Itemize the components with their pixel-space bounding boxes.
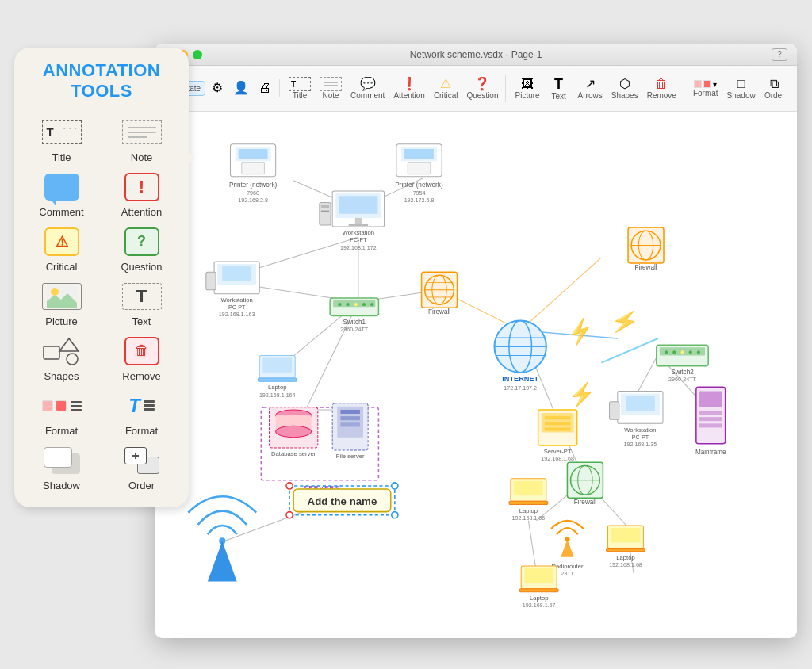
toolbar: Annotate ⚙ 👤 🖨 T Title N — [155, 66, 797, 112]
tab-users[interactable]: 👤 — [229, 79, 253, 97]
toolbar-format1-btn[interactable]: ▾ Format — [689, 78, 722, 100]
critical-label: Critical — [46, 261, 78, 273]
svg-text:Database server: Database server — [271, 450, 316, 457]
toolbar-attention-btn[interactable]: ❗ Attention — [389, 75, 428, 102]
tool-format-text[interactable]: T Format — [104, 390, 179, 437]
dbserver-node[interactable]: Database server — [270, 407, 318, 457]
svg-point-98 — [665, 350, 668, 354]
toolbar-remove-icon: 🗑 — [655, 78, 668, 90]
tool-remove[interactable]: 🗑 Remove — [104, 335, 179, 382]
title-bar: Network scheme.vsdx - Page-1 ? — [155, 44, 797, 66]
note-label: Note — [131, 151, 152, 163]
svg-text:Add the name: Add the name — [308, 495, 377, 507]
maximize-button[interactable] — [193, 50, 202, 59]
toolbar-picture-btn[interactable]: 🖼 Picture — [511, 75, 543, 102]
tab-print[interactable]: 🖨 — [254, 79, 276, 97]
svg-rect-52 — [321, 211, 329, 212]
toolbar-comment-label: Comment — [350, 91, 385, 100]
order-icon — [121, 445, 163, 476]
tool-shadow[interactable]: Shadow — [24, 445, 99, 491]
printer1-node[interactable]: Printer (network) 7960 192.168.2.8 — [229, 144, 278, 205]
toolbar-order-btn[interactable]: ⧉ Order — [760, 75, 789, 102]
toolbar-title-icon: T — [289, 77, 311, 91]
svg-point-102 — [697, 350, 700, 354]
svg-text:Firewall: Firewall — [574, 499, 596, 506]
tool-note[interactable]: Note — [104, 117, 179, 163]
toolbar-shapes-icon: ⬡ — [619, 78, 630, 90]
svg-rect-41 — [408, 162, 431, 174]
format-text-icon: T — [121, 390, 163, 422]
serverpt-node[interactable]: Server-PT 192.168.1.68 — [538, 410, 577, 462]
firewall1-node[interactable]: Firewall — [422, 272, 458, 315]
toolbar-order-label: Order — [764, 91, 785, 100]
laptop2-node[interactable]: Laptop 192.168.1.66 — [509, 479, 548, 522]
tool-critical[interactable]: ⚠ Critical — [24, 226, 99, 273]
fileserver-node[interactable]: File server — [332, 403, 368, 460]
laptop1-node[interactable]: Laptop 192.168.1.164 — [258, 355, 297, 398]
comment-label: Comment — [39, 206, 83, 218]
printer2-node[interactable]: Printer (network) 7954 192.172.5.8 — [395, 144, 443, 205]
workstation2-node[interactable]: Workstation PC-PT 192.168.1.163 — [206, 262, 259, 318]
svg-text:PC-PT: PC-PT — [228, 304, 246, 311]
network-diagram: ⚡ ⚡ ⚡ Printer (network) 7960 192.168.2.8 — [155, 112, 797, 638]
toolbar-order-icon: ⧉ — [770, 78, 779, 90]
svg-rect-153 — [606, 549, 645, 552]
toolbar-arrows-btn[interactable]: ↗ Arrows — [574, 75, 607, 102]
svg-rect-137 — [545, 416, 571, 419]
tool-text[interactable]: T Text — [104, 281, 179, 327]
firewall3-node[interactable]: Firewall — [567, 462, 603, 506]
tool-picture[interactable]: Picture — [24, 281, 99, 327]
canvas-area[interactable]: ⚡ ⚡ ⚡ Printer (network) 7960 192.168.2.8 — [155, 112, 797, 638]
workstation1-node[interactable]: Workstation PC-PT 192.168.1.172 — [320, 191, 385, 251]
toolbar-title-btn[interactable]: T Title — [285, 75, 315, 102]
firewall2-node[interactable]: Firewall — [628, 227, 664, 271]
switch2-node[interactable]: Switch2 2960-24TT — [657, 345, 708, 383]
toolbar-shapes-btn[interactable]: ⬡ Shapes — [607, 75, 642, 102]
svg-text:PC-PT: PC-PT — [632, 434, 649, 441]
title-label: Title — [52, 151, 71, 163]
print-icon: 🖨 — [259, 82, 271, 94]
shadow-icon — [41, 445, 82, 476]
svg-rect-33 — [239, 149, 268, 159]
toolbar-note-btn[interactable]: Note — [316, 75, 346, 102]
tool-question[interactable]: ? Question — [104, 226, 179, 273]
svg-text:7954: 7954 — [413, 190, 426, 197]
toolbar-question-btn[interactable]: ❓ Question — [462, 75, 502, 102]
svg-line-22 — [528, 521, 536, 573]
svg-rect-40 — [404, 149, 434, 159]
toolbar-critical-btn[interactable]: ⚠ Critical — [430, 75, 462, 102]
tool-attention[interactable]: ! Attention — [104, 171, 179, 218]
toolbar-remove-btn[interactable]: 🗑 Remove — [643, 75, 680, 102]
svg-rect-81 — [258, 378, 297, 381]
workstation3-node[interactable]: Workstation PC-PT 192.168.1.35 — [610, 391, 663, 447]
tool-format-color[interactable]: Format — [24, 390, 99, 437]
svg-point-69 — [370, 303, 373, 306]
toolbar-comment-btn[interactable]: 💬 Comment — [347, 75, 389, 102]
toolbar-critical-icon: ⚠ — [440, 78, 451, 90]
laptop4-node[interactable]: Laptop 192.168.1.67 — [519, 566, 558, 609]
svg-rect-144 — [509, 501, 548, 504]
wireless-node[interactable] — [188, 496, 256, 581]
svg-point-68 — [362, 303, 366, 306]
help-button[interactable]: ? — [772, 48, 787, 61]
tab-settings[interactable]: ⚙ — [206, 79, 228, 97]
toolbar-picture-label: Picture — [515, 91, 539, 100]
attention-label: Attention — [121, 206, 162, 218]
tool-order[interactable]: Order — [104, 445, 179, 491]
shapes-icon — [41, 335, 82, 367]
remove-label: Remove — [122, 370, 160, 382]
internet-node[interactable]: INTERNET 172.17.197.2 — [494, 321, 546, 392]
svg-rect-51 — [321, 205, 329, 208]
toolbar-format1-icon: ▾ — [694, 80, 717, 89]
svg-rect-107 — [626, 396, 655, 411]
tool-comment[interactable]: Comment — [24, 171, 99, 218]
tool-title[interactable]: T - - - Title — [24, 117, 99, 163]
switch1-node[interactable]: Switch1 2960-24TT — [330, 298, 378, 333]
tool-shapes[interactable]: Shapes — [24, 335, 99, 382]
laptop3-node[interactable]: Laptop 192.168.1.68 — [606, 526, 645, 568]
mainframe-node[interactable]: Mainframe — [695, 387, 726, 456]
toolbar-text-btn[interactable]: T Text — [545, 75, 573, 103]
toolbar-shadow-btn[interactable]: □ Shadow — [723, 75, 760, 102]
svg-text:192.168.1.68: 192.168.1.68 — [541, 456, 574, 462]
svg-text:192.168.1.164: 192.168.1.164 — [259, 392, 296, 399]
